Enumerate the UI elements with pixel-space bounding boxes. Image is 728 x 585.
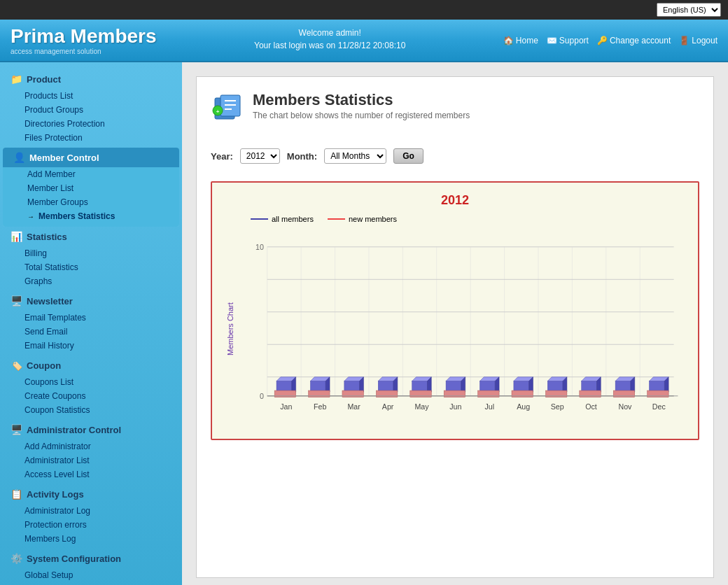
sidebar-link-members-log[interactable]: Members Log [24,534,76,544]
sidebar-link-administrator-list[interactable]: Administrator List [24,456,90,465]
sidebar-item-graphs[interactable]: Graphs [21,274,182,288]
sidebar-link-member-groups[interactable]: Member Groups [27,197,88,207]
sidebar-item-members-statistics[interactable]: Members Statistics [24,209,179,223]
month-label-May: May [414,402,429,411]
sidebar-section-activity-logs: 📋Activity LogsAdministrator LogProtectio… [0,484,182,546]
sidebar-item-members-log[interactable]: Members Log [21,532,182,546]
sidebar-item-products-list[interactable]: Products List [21,89,182,103]
page-icon: + [211,91,244,131]
header-links: 🏠 Home ✉️ Support 🔑 Change account 🚪 Log… [503,36,718,45]
sidebar-link-total-statistics[interactable]: Total Statistics [24,262,78,272]
sidebar-link-access-level-list[interactable]: Access Level List [24,470,90,479]
sidebar-section-header-system-configuration[interactable]: ⚙️System Configuration [0,549,182,568]
sidebar-link-email-history[interactable]: Email History [24,341,74,351]
sidebar-link-member-list[interactable]: Member List [27,183,74,193]
members-stats-icon: + [211,91,244,125]
logo-area: Prima Members access management solution [10,25,157,55]
section-icon-administrator-control: 🖥️ [10,424,22,435]
sidebar-section-coupon: 🏷️CouponCoupons ListCreate CouponsCoupon… [0,355,182,417]
sidebar-item-directories-protection[interactable]: Directories Protection [21,117,182,131]
sidebar-section-header-activity-logs[interactable]: 📋Activity Logs [0,484,182,504]
sidebar-section-newsletter: 🖥️NewsletterEmail TemplatesSend EmailEma… [0,291,182,353]
sidebar-item-create-coupons[interactable]: Create Coupons [21,389,182,403]
sidebar-section-header-newsletter[interactable]: 🖥️Newsletter [0,291,182,311]
sidebar-section-header-statistics[interactable]: 📊Statistics [0,227,182,246]
sidebar-link-products-list[interactable]: Products List [24,91,73,101]
sidebar-item-administrator-list[interactable]: Administrator List [21,453,182,467]
month-label-Aug: Aug [517,402,530,411]
sidebar-item-protection-errors[interactable]: Protection errors [21,518,182,532]
y-axis-label: Members Chart [223,230,240,428]
sidebar-link-create-coupons[interactable]: Create Coupons [24,391,85,401]
sidebar-item-member-list[interactable]: Member List [24,181,179,195]
sidebar-link-send-email[interactable]: Send Email [24,327,67,337]
month-label-Sep: Sep [551,402,564,411]
logout-link[interactable]: 🚪 Logout [679,36,718,45]
sidebar-section-header-product[interactable]: 📁Product [0,69,182,89]
sidebar-item-administrator-log[interactable]: Administrator Log [21,504,182,518]
sidebar-link-billing[interactable]: Billing [24,248,47,258]
sidebar-link-global-setup[interactable]: Global Setup [24,570,73,580]
sidebar-link-directories-protection[interactable]: Directories Protection [24,119,105,129]
sidebar-item-billing[interactable]: Billing [21,246,182,260]
sidebar-section-header-administrator-control[interactable]: 🖥️Administrator Control [0,420,182,439]
sidebar-item-send-email[interactable]: Send Email [21,325,182,339]
svg-text:+: + [216,108,220,115]
sidebar-item-add-administrator[interactable]: Add Administrator [21,439,182,453]
sidebar-item-global-setup[interactable]: Global Setup [21,568,182,582]
sidebar-link-files-protection[interactable]: Files Protection [24,133,83,143]
sidebar-section-system-configuration: ⚙️System ConfigurationGlobal Setup [0,549,182,582]
support-link[interactable]: ✉️ Support [547,36,589,45]
section-label-administrator-control: Administrator Control [27,425,121,435]
section-icon-product: 📁 [10,73,22,85]
sidebar-item-coupon-statistics[interactable]: Coupon Statistics [21,403,182,417]
sidebar-item-email-templates[interactable]: Email Templates [21,311,182,325]
legend-all-members-label: all members [272,215,314,223]
home-link[interactable]: 🏠 Home [503,36,538,45]
header-center: Welcome admin! Your last login was on 11… [157,28,503,53]
change-account-link[interactable]: 🔑 Change account [597,36,671,45]
section-label-coupon: Coupon [27,360,61,371]
month-label-Mar: Mar [347,402,360,411]
sidebar-item-email-history[interactable]: Email History [21,339,182,353]
month-select[interactable]: All Months January February March April … [324,148,386,164]
legend-new-members-label: new members [349,215,397,223]
sidebar-item-member-groups[interactable]: Member Groups [24,195,179,209]
year-select[interactable]: 2012 2011 2010 [240,148,280,164]
sidebar-link-product-groups[interactable]: Product Groups [24,105,83,115]
page-title: Members Statistics [253,91,470,109]
section-icon-member-control: 👤 [13,152,25,163]
sidebar-item-coupons-list[interactable]: Coupons List [21,375,182,389]
month-label-Dec: Dec [652,402,666,411]
sidebar-item-files-protection[interactable]: Files Protection [21,131,182,145]
language-select[interactable]: English (US) [657,3,721,17]
sidebar-link-graphs[interactable]: Graphs [24,276,52,286]
sidebar-link-add-member[interactable]: Add Member [27,169,76,179]
go-button[interactable]: Go [393,148,424,164]
month-label-Nov: Nov [618,402,632,411]
logo-subtitle: access management solution [10,48,157,55]
sidebar-item-add-member[interactable]: Add Member [24,167,179,181]
sidebar-link-protection-errors[interactable]: Protection errors [24,520,87,530]
page-title-area: Members Statistics The chart below shows… [253,91,470,120]
chart-area: 10 0 JanFebMarAprMayJunJulAugSepOctNovDe… [240,230,687,428]
sidebar-link-coupons-list[interactable]: Coupons List [24,377,74,387]
sidebar-section-administrator-control: 🖥️Administrator ControlAdd Administrator… [0,420,182,481]
month-label-Jan: Jan [280,402,292,411]
sidebar-link-add-administrator[interactable]: Add Administrator [24,442,91,451]
month-label-Oct: Oct [585,402,597,411]
sidebar-section-header-member-control[interactable]: 👤Member Control [3,148,179,167]
sidebar-link-administrator-log[interactable]: Administrator Log [24,506,90,516]
sidebar-link-members-statistics[interactable]: Members Statistics [38,211,115,221]
sidebar-item-total-statistics[interactable]: Total Statistics [21,260,182,274]
section-label-statistics: Statistics [27,232,67,242]
sidebar-item-access-level-list[interactable]: Access Level List [21,467,182,481]
sidebar-section-header-coupon[interactable]: 🏷️Coupon [0,355,182,375]
sidebar-link-email-templates[interactable]: Email Templates [24,313,86,323]
support-icon: ✉️ [547,36,557,45]
sidebar-link-coupon-statistics[interactable]: Coupon Statistics [24,405,90,415]
chart-container: 2012 all members new members Members Cha… [211,181,699,440]
legend-all-members-line [251,218,268,220]
chart-title: 2012 [223,193,687,208]
sidebar-item-product-groups[interactable]: Product Groups [21,103,182,117]
